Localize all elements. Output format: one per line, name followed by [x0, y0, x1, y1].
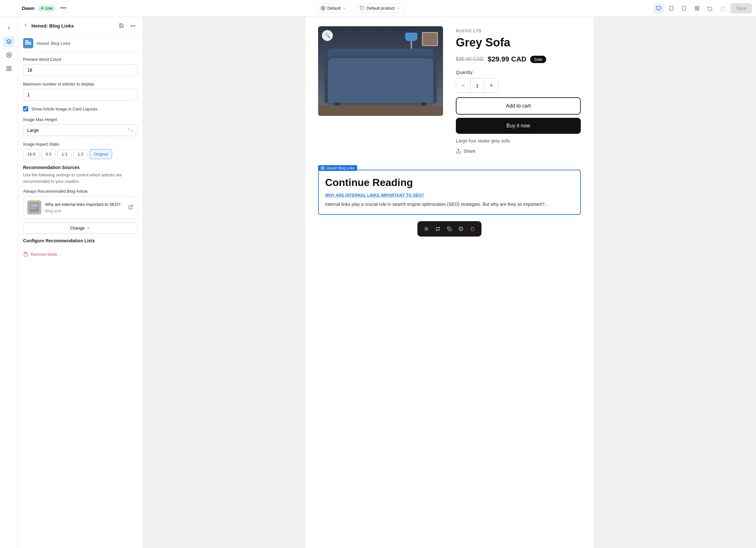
plugin-icon [23, 38, 33, 48]
svg-rect-2 [7, 66, 8, 68]
sidebar-header-icons: ••• [117, 21, 137, 30]
show-image-checkbox[interactable] [23, 106, 28, 111]
add-to-cart-button[interactable]: Add to cart [456, 97, 581, 115]
remove-block-button[interactable]: Remove block [23, 250, 57, 259]
svg-rect-5 [7, 69, 8, 71]
preview-word-count-group: Preview Word Count [23, 57, 137, 76]
sidebar-save-icon-button[interactable] [117, 21, 126, 30]
ratio-1-1-button[interactable]: 1:1 [57, 149, 71, 159]
svg-rect-9 [656, 6, 661, 9]
image-max-height-select[interactable]: Large Small Medium [23, 125, 137, 136]
sidebar-back-button[interactable] [23, 22, 28, 29]
more-menu-button[interactable]: ••• [59, 4, 68, 13]
svg-rect-3 [9, 66, 11, 68]
topbar: Dawn Live ••• Default Default product [0, 0, 756, 17]
product-description: Large four seater grey sofa [456, 138, 581, 143]
live-label: Live [45, 6, 53, 11]
share-label: Share [464, 149, 475, 154]
mobile-view-button[interactable] [679, 3, 689, 13]
show-image-label[interactable]: Show Article Image in Card Layouts [31, 107, 97, 111]
toolbar-duplicate-button[interactable] [444, 224, 455, 234]
topbar-center: Default Default product [71, 4, 650, 13]
toolbar-swap-button[interactable] [433, 224, 443, 234]
svg-rect-19 [695, 9, 697, 10]
svg-rect-21 [25, 42, 31, 43]
change-button[interactable]: Change [23, 223, 137, 234]
wall-picture [422, 32, 438, 46]
sofa-seat [328, 58, 433, 103]
zoom-button[interactable]: 🔍 [322, 30, 333, 41]
floor [318, 106, 443, 116]
brand-label: RUSTIC LTD [456, 29, 581, 33]
product-info: RUSTIC LTD Grey Sofa $35.00 CAD $29.99 C… [456, 26, 581, 160]
blog-block-name-label: Honed: Blog Links [326, 166, 355, 170]
plugin-name: Honed: Blog Links [37, 41, 70, 46]
article-type: Blog post [45, 209, 120, 213]
quantity-decrease-button[interactable]: − [456, 78, 470, 93]
toolbar-delete-button[interactable] [467, 224, 478, 234]
quantity-input[interactable] [470, 78, 484, 93]
default-label: Default [327, 6, 341, 11]
always-recommended-label: Always Recommended Blog Article [23, 189, 137, 194]
sidebar-more-button[interactable]: ••• [128, 21, 137, 30]
default-dropdown[interactable]: Default [316, 4, 350, 13]
configure-recommendation-title: Configure Recommendation Lists [23, 238, 137, 243]
image-max-height-label: Image Max Height [23, 117, 137, 122]
preview-word-count-input[interactable] [23, 64, 137, 76]
sidebar-header: Honed: Blog Links ••• [18, 17, 143, 35]
share-row[interactable]: Share [456, 149, 581, 154]
ratio-original-button[interactable]: Original [90, 149, 112, 159]
remove-block-label: Remove block [31, 252, 57, 257]
product-section: 🔍 RUSTIC LTD Grey Sofa $35.00 CAD $29.99… [305, 17, 594, 170]
save-button[interactable]: Save [730, 3, 752, 13]
ratio-1-2-button[interactable]: 1:2 [73, 149, 87, 159]
tablet-view-button[interactable] [666, 3, 677, 13]
show-image-row: Show Article Image in Card Layouts [23, 106, 137, 111]
nav-layers-icon[interactable] [3, 36, 15, 47]
buy-now-button[interactable]: Buy it now [456, 118, 581, 134]
svg-rect-20 [24, 39, 33, 48]
sidebar-title: Honed: Blog Links [31, 23, 114, 29]
toolbar-hide-button[interactable] [456, 224, 466, 234]
quantity-control: − + [456, 78, 499, 93]
continue-reading-title: Continue Reading [325, 177, 574, 189]
undo-button[interactable] [705, 3, 715, 13]
redo-button[interactable] [718, 3, 728, 13]
svg-rect-26 [31, 207, 38, 207]
svg-rect-12 [670, 6, 673, 10]
svg-point-1 [8, 54, 10, 56]
default-product-dropdown[interactable]: Default product [356, 4, 405, 13]
product-image-section: 🔍 [318, 26, 443, 160]
original-price: $35.00 CAD [456, 56, 484, 62]
product-image: 🔍 [318, 26, 443, 116]
grid-view-button[interactable] [692, 3, 702, 13]
blog-links-wrapper: Honed: Blog Links Continue Reading WHY A… [318, 170, 581, 243]
live-badge: Live [38, 5, 56, 12]
blog-block-label: Honed: Blog Links [318, 165, 357, 171]
nav-back-icon[interactable] [3, 22, 15, 34]
live-dot [41, 7, 43, 9]
ratio-16-9-button[interactable]: 16:9 [23, 149, 39, 159]
always-recommended-section: Always Recommended Blog Article [23, 189, 137, 234]
block-label-icon [321, 166, 325, 170]
desktop-view-button[interactable] [653, 3, 664, 13]
svg-rect-18 [697, 9, 699, 10]
svg-rect-31 [323, 167, 324, 168]
preview-word-count-label: Preview Word Count [23, 57, 137, 62]
svg-rect-16 [695, 6, 697, 8]
quantity-increase-button[interactable]: + [484, 78, 498, 93]
svg-rect-24 [29, 203, 39, 212]
article-title: Why are internal links important to SEO? [45, 202, 120, 208]
toolbar-move-button[interactable] [421, 224, 431, 234]
article-external-link-button[interactable] [128, 205, 133, 211]
svg-rect-14 [683, 6, 686, 10]
svg-rect-33 [321, 168, 323, 170]
nav-settings-icon[interactable] [3, 49, 15, 61]
image-max-height-select-wrapper: Large Small Medium ⌃⌄ [23, 125, 137, 136]
max-articles-input[interactable] [23, 89, 137, 101]
app-name: Dawn [22, 5, 35, 11]
nav-apps-icon[interactable] [3, 63, 15, 74]
article-link-heading[interactable]: WHY ARE INTERNAL LINKS IMPORTANT TO SEO? [325, 193, 574, 198]
ratio-4-3-button[interactable]: 4:3 [41, 149, 55, 159]
product-title: Grey Sofa [456, 36, 581, 49]
